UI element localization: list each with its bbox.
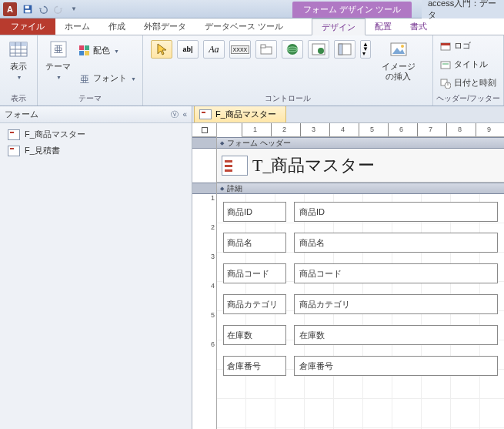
field-label[interactable]: 倉庫番号 <box>223 356 286 376</box>
field-control[interactable]: 商品カテゴリ <box>294 294 498 314</box>
field-control[interactable]: 在庫数 <box>294 325 498 345</box>
insert-image-button[interactable]: イメージ の挿入 <box>377 37 420 82</box>
tab-arrange[interactable]: 配置 <box>365 18 401 35</box>
contextual-tab-group: フォーム デザイン ツール <box>292 0 412 18</box>
qat-save-icon[interactable] <box>20 2 35 17</box>
controls-gallery-more-icon[interactable]: ▲▼▾ <box>360 40 371 59</box>
horizontal-ruler[interactable]: 123456789 <box>242 123 504 137</box>
tab-external-data[interactable]: 外部データ <box>135 18 195 35</box>
fonts-icon: 亜 <box>78 72 91 85</box>
field-control[interactable]: 商品名 <box>294 233 498 253</box>
field-control[interactable]: 商品ID <box>294 202 498 222</box>
svg-point-22 <box>318 48 324 54</box>
ribbon-tabs: ファイル ホーム 作成 外部データ データベース ツール デザイン 配置 書式 <box>0 18 504 35</box>
contextual-tab-label: フォーム デザイン ツール <box>292 2 412 18</box>
logo-button[interactable]: ロゴ <box>436 39 499 53</box>
svg-rect-4 <box>10 42 27 46</box>
svg-rect-12 <box>85 45 89 50</box>
ribbon-group-controls: ab| Aa XXXX ▲▼▾ イメージ の挿入 コントロール <box>143 35 433 106</box>
svg-rect-1 <box>25 5 29 8</box>
svg-rect-24 <box>339 44 342 55</box>
form-icon <box>199 109 212 119</box>
fonts-button[interactable]: 亜フォント▼ <box>75 72 139 85</box>
nav-pane-header[interactable]: フォーム ⓥ « <box>0 106 192 123</box>
document-tabs: F_商品マスター <box>192 106 504 123</box>
label-control-icon[interactable]: Aa <box>203 40 225 59</box>
nav-item-form-estimate[interactable]: F_見積書 <box>0 142 192 159</box>
navigation-control-icon[interactable] <box>334 40 355 59</box>
title-bar: A ▼ フォーム デザイン ツール access入門：データ <box>0 0 504 18</box>
field-row[interactable]: 商品ID商品ID <box>223 202 498 222</box>
field-row[interactable]: 倉庫番号倉庫番号 <box>223 356 498 376</box>
field-label[interactable]: 商品コード <box>223 263 286 283</box>
section-bar-header[interactable]: フォーム ヘッダー <box>217 137 504 149</box>
main-area: フォーム ⓥ « F_商品マスター F_見積書 F_商品マスター 1234567… <box>0 106 504 429</box>
themes-button[interactable]: 亜 テーマ▼ <box>41 37 75 82</box>
qat-customize-icon[interactable]: ▼ <box>66 2 82 17</box>
tab-home[interactable]: ホーム <box>55 18 99 35</box>
tab-design[interactable]: デザイン <box>312 18 365 35</box>
datasheet-view-icon <box>8 39 29 60</box>
ribbon-group-header-footer: ロゴ タイトル 日付と時刻 ヘッダー/フッター <box>433 35 504 106</box>
field-label[interactable]: 商品名 <box>223 233 286 253</box>
qat-redo-icon[interactable] <box>51 2 66 17</box>
field-label[interactable]: 在庫数 <box>223 325 286 345</box>
title-button[interactable]: タイトル <box>436 58 499 72</box>
svg-point-27 <box>401 45 404 48</box>
vertical-ruler[interactable]: 123456 <box>192 137 217 429</box>
form-canvas[interactable]: フォーム ヘッダー T_商品マスター 詳細 商品ID商品ID商品名商品名商品コー… <box>217 137 504 429</box>
nav-collapse-icon[interactable]: ⓥ « <box>171 109 187 120</box>
svg-rect-14 <box>85 51 89 55</box>
web-browser-control-icon[interactable] <box>308 40 329 59</box>
qat-undo-icon[interactable] <box>35 2 51 17</box>
field-label[interactable]: 商品ID <box>223 202 286 222</box>
form-detail-section[interactable]: 商品ID商品ID商品名商品名商品コード商品コード商品カテゴリ商品カテゴリ在庫数在… <box>217 194 504 429</box>
nav-item-form-master[interactable]: F_商品マスター <box>0 126 192 142</box>
field-control[interactable]: 商品コード <box>294 263 498 283</box>
logo-icon <box>439 40 452 52</box>
field-label[interactable]: 商品カテゴリ <box>223 294 286 314</box>
svg-rect-11 <box>79 45 84 50</box>
tab-create[interactable]: 作成 <box>99 18 135 35</box>
image-icon <box>388 39 409 60</box>
section-bar-detail[interactable]: 詳細 <box>217 183 504 194</box>
themes-label: テーマ▼ <box>45 62 71 81</box>
tab-control-icon[interactable] <box>255 40 277 59</box>
svg-rect-13 <box>79 51 84 55</box>
select-tool-icon[interactable] <box>151 40 172 59</box>
tab-database-tools[interactable]: データベース ツール <box>195 18 292 35</box>
form-header-title[interactable]: T_商品マスター <box>252 154 375 177</box>
title-icon <box>439 59 452 71</box>
form-header-logo[interactable] <box>222 156 248 176</box>
hyperlink-control-icon[interactable] <box>282 40 303 59</box>
date-time-button[interactable]: 日付と時刻 <box>436 76 499 90</box>
group-controls-title: コントロール <box>146 92 429 106</box>
group-view-title: 表示 <box>3 92 34 106</box>
group-themes-title: テーマ <box>41 92 139 106</box>
svg-rect-17 <box>261 45 265 48</box>
svg-text:亜: 亜 <box>80 74 89 84</box>
file-tab[interactable]: ファイル <box>0 18 55 35</box>
view-button[interactable]: 表示▼ <box>3 37 34 82</box>
app-icon: A <box>3 2 17 16</box>
field-row[interactable]: 商品名商品名 <box>223 233 498 253</box>
textbox-control-icon[interactable]: ab| <box>177 40 199 59</box>
field-control[interactable]: 倉庫番号 <box>294 356 498 376</box>
form-header-section[interactable]: T_商品マスター <box>217 149 504 183</box>
button-control-icon[interactable]: XXXX <box>229 40 251 59</box>
ribbon-group-themes: 亜 テーマ▼ 配色▼ 亜フォント▼ テーマ <box>38 35 143 106</box>
window-title: access入門：データ <box>422 0 504 18</box>
colors-icon <box>78 45 91 57</box>
form-selector[interactable] <box>192 123 217 137</box>
ribbon-group-view: 表示▼ 表示 <box>0 35 38 106</box>
svg-rect-2 <box>25 9 31 12</box>
svg-rect-29 <box>441 43 450 45</box>
field-row[interactable]: 商品コード商品コード <box>223 263 498 283</box>
navigation-pane: フォーム ⓥ « F_商品マスター F_見積書 <box>0 106 192 429</box>
colors-button[interactable]: 配色▼ <box>75 44 139 58</box>
form-icon <box>8 146 20 156</box>
field-row[interactable]: 在庫数在庫数 <box>223 325 498 345</box>
document-tab[interactable]: F_商品マスター <box>194 106 286 122</box>
field-row[interactable]: 商品カテゴリ商品カテゴリ <box>223 294 498 314</box>
form-icon <box>8 129 20 140</box>
